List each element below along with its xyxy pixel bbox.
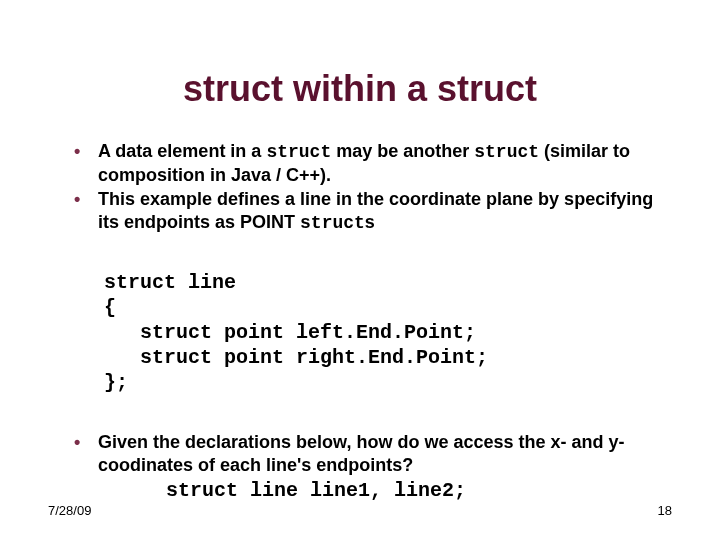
bullet-2-text-a: This example defines a line in the coord… bbox=[98, 189, 653, 232]
bullet-2-mono: struct bbox=[300, 213, 365, 233]
bullet-3: Given the declarations below, how do we … bbox=[70, 431, 660, 504]
slide-title: struct within a struct bbox=[0, 68, 720, 110]
slide-body: A data element in a struct may be anothe… bbox=[70, 140, 660, 506]
bullet-2: This example defines a line in the coord… bbox=[70, 188, 660, 234]
bullet-1-text-a: A data element in a bbox=[98, 141, 266, 161]
bullet-1-mono-a: struct bbox=[266, 142, 331, 162]
bullet-list-top: A data element in a struct may be anothe… bbox=[70, 140, 660, 234]
bullet-1-mono-b: struct bbox=[474, 142, 539, 162]
footer-date: 7/28/09 bbox=[48, 503, 91, 518]
code-block: struct line { struct point left.End.Poin… bbox=[104, 270, 660, 395]
bullet-list-bottom: Given the declarations below, how do we … bbox=[70, 431, 660, 504]
bullet-2-suffix: s bbox=[365, 212, 375, 232]
footer-page-number: 18 bbox=[658, 503, 672, 518]
slide: struct within a struct A data element in… bbox=[0, 0, 720, 540]
bullet-3-text: Given the declarations below, how do we … bbox=[98, 432, 624, 475]
bullet-1: A data element in a struct may be anothe… bbox=[70, 140, 660, 186]
bullet-1-text-b: may be another bbox=[331, 141, 474, 161]
bullet-3-code: struct line line1, line2; bbox=[98, 478, 660, 504]
